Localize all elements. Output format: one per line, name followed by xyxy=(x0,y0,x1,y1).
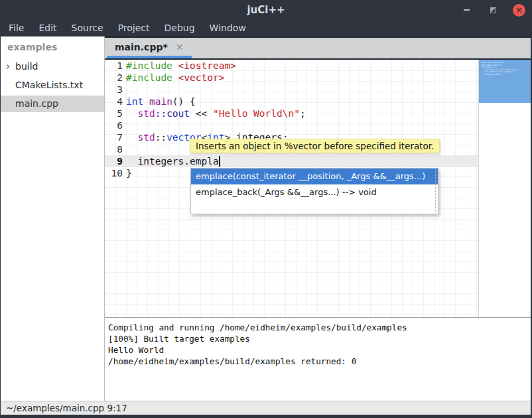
chevron-right-icon: › xyxy=(6,58,10,75)
editor-pane: main.cpp* ✕ 1#include <iostream>2#includ… xyxy=(105,36,531,401)
line-number: 1 xyxy=(105,60,123,72)
code-line-1[interactable]: 1#include <iostream> xyxy=(105,60,236,72)
line-number: 9 xyxy=(105,155,123,167)
code-line-8[interactable]: 8 xyxy=(105,143,126,155)
tree-item-cmakelists.txt[interactable]: CMakeLists.txt xyxy=(1,77,104,94)
autocomplete-popup: emplace(const_iterator __position, _Args… xyxy=(190,168,438,214)
minimap-viewport[interactable]: #include <iostream>#include <vector>int … xyxy=(479,60,531,103)
tree-item-label: build xyxy=(15,61,38,72)
close-button[interactable]: ✕ xyxy=(513,4,525,17)
tab-close-icon[interactable]: ✕ xyxy=(176,42,184,52)
tree-item-build[interactable]: ›build xyxy=(1,58,104,75)
autocomplete-item-1[interactable]: emplace_back(_Args &&__args...) --> void xyxy=(191,184,438,200)
project-name: examples xyxy=(1,36,104,56)
title-bar[interactable]: juCi++ ✕ xyxy=(0,0,532,20)
menu-file[interactable]: File xyxy=(1,20,31,36)
line-number: 6 xyxy=(105,119,123,131)
menu-bar: FileEditSourceProjectDebugWindow xyxy=(0,20,532,36)
line-number: 10 xyxy=(105,167,123,179)
restore-icon xyxy=(490,7,496,13)
code-line-9[interactable]: 9 integers.empla xyxy=(105,155,219,167)
code-line-3[interactable]: 3 xyxy=(105,84,126,96)
tab-label: main.cpp* xyxy=(115,42,168,52)
output-line: Compiling and running /home/eidheim/exam… xyxy=(108,322,531,333)
app-window: juCi++ ✕ FileEditSourceProjectDebugWindo… xyxy=(0,0,532,418)
code-line-5[interactable]: 5 std::cout << "Hello World\n"; xyxy=(105,107,306,119)
minimize-icon xyxy=(464,9,470,11)
code-editor[interactable]: 1#include <iostream>2#include <vector>34… xyxy=(105,60,531,317)
line-number: 5 xyxy=(105,107,123,119)
tree-item-main.cpp[interactable]: main.cpp xyxy=(1,96,104,112)
line-number: 4 xyxy=(105,96,123,107)
output-line: /home/eidheim/examples/build/examples re… xyxy=(108,356,531,367)
line-number: 2 xyxy=(105,72,123,84)
sidebar: examples ›buildCMakeLists.txtmain.cpp xyxy=(1,36,104,401)
code-line-2[interactable]: 2#include <vector> xyxy=(105,72,224,84)
status-bar: ~/examples/main.cpp 9:17 xyxy=(1,401,531,415)
restore-button[interactable] xyxy=(486,3,499,17)
output-line: Hello World xyxy=(108,344,531,356)
menu-window[interactable]: Window xyxy=(202,20,253,36)
tab-bar: main.cpp* ✕ xyxy=(105,36,531,60)
status-location: ~/examples/main.cpp 9:17 xyxy=(6,403,127,413)
doc-tooltip: Inserts an object in %vector before spec… xyxy=(190,139,440,153)
file-tree: ›buildCMakeLists.txtmain.cpp xyxy=(1,58,104,112)
tree-item-label: CMakeLists.txt xyxy=(15,80,83,90)
menu-project[interactable]: Project xyxy=(111,20,157,36)
line-number: 3 xyxy=(105,84,123,96)
autocomplete-list: emplace(const_iterator __position, _Args… xyxy=(191,169,438,200)
close-icon: ✕ xyxy=(515,6,523,15)
line-number: 8 xyxy=(105,143,123,155)
menu-source[interactable]: Source xyxy=(64,20,111,36)
output-line: [100%] Built target examples xyxy=(108,333,531,344)
code-line-10[interactable]: 10} xyxy=(105,167,132,179)
minimap[interactable]: #include <iostream>#include <vector>int … xyxy=(478,60,531,317)
text-cursor xyxy=(219,156,220,167)
menu-edit[interactable]: Edit xyxy=(31,20,64,36)
code-line-6[interactable]: 6 xyxy=(105,119,126,131)
window-controls: ✕ xyxy=(460,0,525,20)
popup-scrollbar[interactable] xyxy=(435,171,436,212)
tab-main-cpp[interactable]: main.cpp* ✕ xyxy=(107,38,192,58)
line-number: 7 xyxy=(105,131,123,143)
minimize-button[interactable] xyxy=(460,3,473,17)
window-title: juCi++ xyxy=(0,0,532,20)
minimap-code: #include <iostream>#include <vector>int … xyxy=(479,60,531,78)
build-output[interactable]: Compiling and running /home/eidheim/exam… xyxy=(105,318,531,401)
autocomplete-item-0[interactable]: emplace(const_iterator __position, _Args… xyxy=(191,169,438,184)
code-line-4[interactable]: 4int main() { xyxy=(105,96,196,107)
tree-item-label: main.cpp xyxy=(15,98,58,109)
menu-debug[interactable]: Debug xyxy=(157,20,202,36)
